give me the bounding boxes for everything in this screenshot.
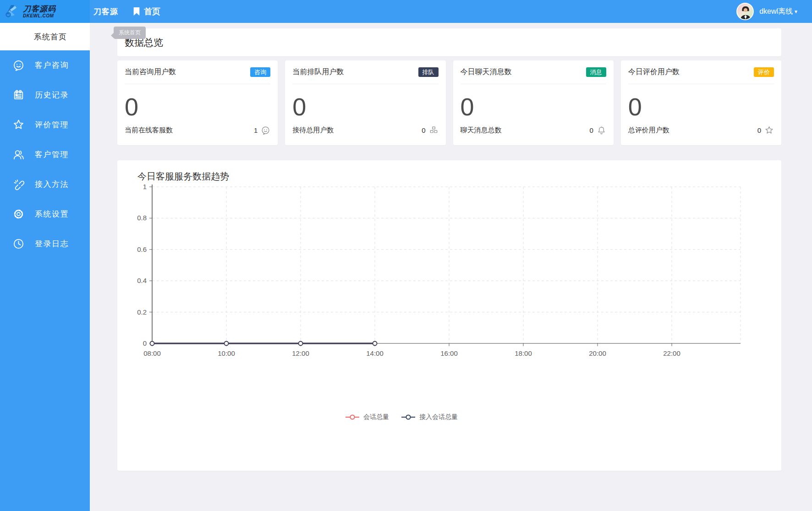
sidebar-item-system-settings[interactable]: 系统设置 [0,199,90,229]
brand-name: 刀客源码 [23,5,56,13]
sidebar-item-label: 系统设置 [35,209,69,219]
sidebar-item-system-home[interactable]: 系统首页 [0,23,90,50]
user-menu[interactable]: dkewl离线 ▼ [736,3,812,20]
svg-text:0.6: 0.6 [137,245,147,253]
svg-text:10:00: 10:00 [218,349,235,357]
stat-sub-label: 当前在线客服数 [125,126,173,135]
tab-tooltip-text: 系统首页 [119,29,141,36]
sidebar-item-login-logs[interactable]: 登录日志 [0,229,90,259]
stat-card-header: 今日评价用户数评价 [628,60,774,84]
tab-tooltip: 系统首页 [114,27,146,39]
sidebar-items: 客户咨询历史记录评价管理客户管理接入方法系统设置登录日志 [0,50,90,259]
bell-icon [597,125,606,135]
stat-card-header: 当前排队用户数排队 [292,60,438,84]
stat-card-footer: 聊天消息总数0 [461,125,606,135]
agent-avatar-icon [737,4,754,20]
svg-text:0.4: 0.4 [137,277,147,284]
stat-card-title: 今日评价用户数 [628,67,680,77]
stat-sub-label: 总评价用户数 [628,126,669,135]
trend-chart-card: 今日客服服务数据趋势 00.20.40.60.8108:0010:0012:00… [117,160,781,471]
topbar: 刀客源码 DKEWL.COM 刀客源 首页 [0,0,812,23]
history-icon [12,89,25,101]
sidebar-item-access-methods[interactable]: 接入方法 [0,169,90,199]
stat-card-title: 当前排队用户数 [292,67,344,77]
bookmark-icon [133,7,140,16]
svg-text:12:00: 12:00 [292,349,309,357]
svg-text:16:00: 16:00 [440,349,458,357]
smiley-icon [12,59,25,71]
status-badge: 咨询 [250,67,270,77]
connect-icon [12,178,25,190]
overview-header: 数据总览 [117,28,781,56]
brand-domain: DKEWL.COM [23,14,56,18]
star-icon [764,125,774,135]
svg-text:1: 1 [143,183,147,190]
stat-card-value: 0 [461,94,606,119]
star-icon [12,119,25,131]
stat-card-value: 0 [628,94,774,119]
stat-sub-value: 0 [757,126,761,134]
stat-card-footer: 总评价用户数0 [628,125,774,135]
stat-card: 当前排队用户数排队0接待总用户数0 [285,60,445,145]
sidebar-item-customer-management[interactable]: 客户管理 [0,140,90,169]
stat-sub-value-group: 0 [422,125,438,135]
sidebar-item-history-records[interactable]: 历史记录 [0,80,90,110]
svg-text:08:00: 08:00 [143,349,161,357]
sidebar-item-label: 评价管理 [35,120,69,130]
brand-side-text: 刀客源 [93,6,118,17]
status-badge: 消息 [586,67,606,77]
svg-text:0: 0 [143,339,147,347]
legend-item[interactable]: 会话总量 [345,413,389,421]
main-content: 数据总览 当前咨询用户数咨询0当前在线客服数1当前排队用户数排队0接待总用户数0… [90,23,812,511]
sidebar-item-label: 客户管理 [35,149,69,160]
stat-card-value: 0 [292,94,438,119]
stat-card: 今日聊天消息数消息0聊天消息总数0 [453,60,614,145]
stat-card-header: 今日聊天消息数消息 [461,60,606,84]
sidebar-item-customer-consult[interactable]: 客户咨询 [0,50,90,80]
stat-card-title: 今日聊天消息数 [461,67,512,77]
smiley-icon [261,125,270,135]
legend-label: 会话总量 [363,413,389,421]
sidebar-item-review-management[interactable]: 评价管理 [0,110,90,140]
stat-sub-value-group: 1 [254,125,270,135]
stat-sub-value: 1 [254,126,258,134]
stat-sub-value: 0 [422,126,425,134]
stat-sub-value: 0 [589,126,593,134]
svg-text:0.8: 0.8 [137,214,147,222]
stat-card-footer: 当前在线客服数1 [125,125,270,135]
stat-card: 今日评价用户数评价0总评价用户数0 [621,60,781,145]
stat-sub-label: 聊天消息总数 [461,126,502,135]
legend-marker-icon [345,414,360,420]
username-text: dkewl离线 [759,7,793,16]
chevron-down-icon: ▼ [794,9,798,14]
stat-card-value: 0 [125,94,270,119]
stat-card-title: 当前咨询用户数 [125,67,176,77]
tab-home[interactable]: 首页 [128,0,165,23]
stat-card-footer: 接待总用户数0 [292,125,438,135]
logo[interactable]: 刀客源码 DKEWL.COM [0,0,90,23]
users-icon [12,148,25,161]
legend-marker-icon [401,414,416,420]
tab-home-label: 首页 [144,6,160,17]
stat-card: 当前咨询用户数咨询0当前在线客服数1 [117,60,278,145]
chart-legend: 会话总量接入会话总量 [117,413,686,421]
username[interactable]: dkewl离线 ▼ [759,7,798,16]
clock-icon [12,238,25,250]
sidebar-item-label: 登录日志 [35,239,69,249]
svg-text:22:00: 22:00 [663,349,680,357]
sidebar-item-label: 客户咨询 [35,60,69,71]
stat-sub-label: 接待总用户数 [292,126,334,135]
svg-text:20:00: 20:00 [589,349,606,357]
avatar[interactable] [736,3,754,20]
sidebar-item-label: 接入方法 [35,179,69,190]
svg-text:0.2: 0.2 [137,308,147,316]
status-badge: 评价 [754,67,774,77]
svg-text:14:00: 14:00 [366,349,384,357]
stat-sub-value-group: 0 [589,125,606,135]
stat-sub-value-group: 0 [757,125,774,135]
stat-card-header: 当前咨询用户数咨询 [125,60,270,84]
sidebar-item-label: 历史记录 [35,90,69,100]
legend-item[interactable]: 接入会话总量 [401,413,458,421]
gear-icon [12,208,25,220]
trend-chart: 00.20.40.60.8108:0010:0012:0014:0016:001… [117,160,781,471]
